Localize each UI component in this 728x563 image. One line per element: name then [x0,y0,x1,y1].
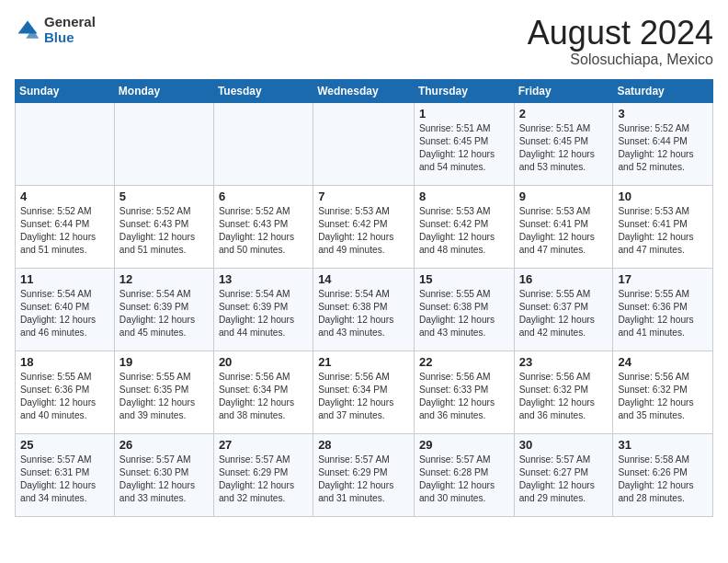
calendar-cell: 10Sunrise: 5:53 AMSunset: 6:41 PMDayligh… [613,185,713,268]
day-info: Sunrise: 5:55 AMSunset: 6:35 PMDaylight:… [119,371,209,423]
day-info: Sunrise: 5:55 AMSunset: 6:36 PMDaylight:… [20,371,109,423]
calendar-week-3: 11Sunrise: 5:54 AMSunset: 6:40 PMDayligh… [16,268,713,350]
day-number: 20 [219,355,308,369]
col-sunday: Sunday [16,79,115,102]
calendar-cell: 2Sunrise: 5:51 AMSunset: 6:45 PMDaylight… [514,102,613,185]
col-monday: Monday [114,79,213,102]
day-info: Sunrise: 5:54 AMSunset: 6:38 PMDaylight:… [318,288,409,340]
day-info: Sunrise: 5:51 AMSunset: 6:45 PMDaylight:… [519,122,609,175]
day-number: 6 [219,190,308,203]
calendar-cell: 27Sunrise: 5:57 AMSunset: 6:29 PMDayligh… [213,433,313,516]
day-info: Sunrise: 5:57 AMSunset: 6:31 PMDaylight:… [20,454,109,506]
day-number: 19 [119,355,209,369]
day-number: 26 [119,438,209,452]
day-info: Sunrise: 5:52 AMSunset: 6:43 PMDaylight:… [219,205,308,258]
day-info: Sunrise: 5:56 AMSunset: 6:34 PMDaylight:… [219,371,308,423]
day-number: 25 [20,438,109,452]
calendar-cell [16,102,115,185]
day-number: 24 [618,355,708,369]
day-info: Sunrise: 5:57 AMSunset: 6:27 PMDaylight:… [519,454,609,506]
day-number: 13 [219,272,308,286]
calendar-cell: 22Sunrise: 5:56 AMSunset: 6:33 PMDayligh… [414,350,514,433]
calendar-cell: 21Sunrise: 5:56 AMSunset: 6:34 PMDayligh… [313,350,415,433]
col-friday: Friday [514,79,613,102]
day-number: 2 [519,107,609,121]
day-info: Sunrise: 5:52 AMSunset: 6:44 PMDaylight:… [20,205,109,258]
calendar-header: Sunday Monday Tuesday Wednesday Thursday… [16,79,713,102]
calendar-week-2: 4Sunrise: 5:52 AMSunset: 6:44 PMDaylight… [16,185,713,268]
location-subtitle: Solosuchiapa, Mexico [528,52,713,68]
day-number: 1 [419,107,509,121]
calendar-cell: 7Sunrise: 5:53 AMSunset: 6:42 PMDaylight… [313,185,415,268]
day-number: 11 [20,272,109,286]
calendar-cell: 19Sunrise: 5:55 AMSunset: 6:35 PMDayligh… [114,350,213,433]
day-number: 31 [618,438,708,452]
calendar-week-1: 1Sunrise: 5:51 AMSunset: 6:45 PMDaylight… [16,102,713,185]
calendar-cell: 26Sunrise: 5:57 AMSunset: 6:30 PMDayligh… [114,433,213,516]
day-info: Sunrise: 5:56 AMSunset: 6:34 PMDaylight:… [318,371,409,423]
calendar-cell: 18Sunrise: 5:55 AMSunset: 6:36 PMDayligh… [16,350,115,433]
title-block: August 2024 Solosuchiapa, Mexico [528,15,713,68]
calendar-cell [313,102,415,185]
logo-icon [15,17,40,43]
col-saturday: Saturday [613,79,713,102]
calendar-cell: 5Sunrise: 5:52 AMSunset: 6:43 PMDaylight… [114,185,213,268]
day-info: Sunrise: 5:54 AMSunset: 6:39 PMDaylight:… [219,288,308,340]
day-info: Sunrise: 5:53 AMSunset: 6:42 PMDaylight:… [318,205,409,258]
day-info: Sunrise: 5:53 AMSunset: 6:42 PMDaylight:… [419,205,509,258]
day-number: 4 [20,190,109,203]
calendar-cell: 16Sunrise: 5:55 AMSunset: 6:37 PMDayligh… [514,268,613,350]
day-info: Sunrise: 5:55 AMSunset: 6:36 PMDaylight:… [618,288,708,340]
calendar-week-4: 18Sunrise: 5:55 AMSunset: 6:36 PMDayligh… [16,350,713,433]
day-info: Sunrise: 5:57 AMSunset: 6:30 PMDaylight:… [119,454,209,506]
calendar-week-5: 25Sunrise: 5:57 AMSunset: 6:31 PMDayligh… [16,433,713,516]
day-number: 3 [618,107,708,121]
day-number: 15 [419,272,509,286]
calendar-cell: 12Sunrise: 5:54 AMSunset: 6:39 PMDayligh… [114,268,213,350]
calendar-cell: 3Sunrise: 5:52 AMSunset: 6:44 PMDaylight… [613,102,713,185]
calendar-cell: 13Sunrise: 5:54 AMSunset: 6:39 PMDayligh… [213,268,313,350]
calendar-cell: 29Sunrise: 5:57 AMSunset: 6:28 PMDayligh… [414,433,514,516]
calendar-cell [114,102,213,185]
day-number: 28 [318,438,409,452]
day-info: Sunrise: 5:56 AMSunset: 6:32 PMDaylight:… [519,371,609,423]
day-info: Sunrise: 5:57 AMSunset: 6:29 PMDaylight:… [219,454,308,506]
calendar-cell: 24Sunrise: 5:56 AMSunset: 6:32 PMDayligh… [613,350,713,433]
logo-blue: Blue [44,30,96,46]
day-number: 16 [519,272,609,286]
day-info: Sunrise: 5:52 AMSunset: 6:44 PMDaylight:… [618,122,708,175]
day-info: Sunrise: 5:53 AMSunset: 6:41 PMDaylight:… [618,205,708,258]
page-header: General Blue August 2024 Solosuchiapa, M… [15,15,713,68]
calendar-cell: 8Sunrise: 5:53 AMSunset: 6:42 PMDaylight… [414,185,514,268]
day-number: 14 [318,272,409,286]
day-number: 29 [419,438,509,452]
calendar-cell: 11Sunrise: 5:54 AMSunset: 6:40 PMDayligh… [16,268,115,350]
calendar-cell [213,102,313,185]
day-info: Sunrise: 5:57 AMSunset: 6:29 PMDaylight:… [318,454,409,506]
day-info: Sunrise: 5:57 AMSunset: 6:28 PMDaylight:… [419,454,509,506]
day-number: 7 [318,190,409,203]
calendar-table: Sunday Monday Tuesday Wednesday Thursday… [15,79,713,517]
col-wednesday: Wednesday [313,79,415,102]
day-info: Sunrise: 5:58 AMSunset: 6:26 PMDaylight:… [618,454,708,506]
day-info: Sunrise: 5:55 AMSunset: 6:38 PMDaylight:… [419,288,509,340]
day-info: Sunrise: 5:51 AMSunset: 6:45 PMDaylight:… [419,122,509,175]
logo-general: General [44,15,96,30]
calendar-cell: 28Sunrise: 5:57 AMSunset: 6:29 PMDayligh… [313,433,415,516]
calendar-cell: 17Sunrise: 5:55 AMSunset: 6:36 PMDayligh… [613,268,713,350]
calendar-cell: 30Sunrise: 5:57 AMSunset: 6:27 PMDayligh… [514,433,613,516]
day-number: 27 [219,438,308,452]
day-number: 22 [419,355,509,369]
calendar-cell: 9Sunrise: 5:53 AMSunset: 6:41 PMDaylight… [514,185,613,268]
day-info: Sunrise: 5:52 AMSunset: 6:43 PMDaylight:… [119,205,209,258]
calendar-cell: 6Sunrise: 5:52 AMSunset: 6:43 PMDaylight… [213,185,313,268]
day-number: 12 [119,272,209,286]
calendar-cell: 15Sunrise: 5:55 AMSunset: 6:38 PMDayligh… [414,268,514,350]
day-info: Sunrise: 5:54 AMSunset: 6:39 PMDaylight:… [119,288,209,340]
day-number: 5 [119,190,209,203]
calendar-cell: 25Sunrise: 5:57 AMSunset: 6:31 PMDayligh… [16,433,115,516]
day-number: 18 [20,355,109,369]
calendar-cell: 4Sunrise: 5:52 AMSunset: 6:44 PMDaylight… [16,185,115,268]
logo-text: General Blue [44,15,96,45]
calendar-cell: 14Sunrise: 5:54 AMSunset: 6:38 PMDayligh… [313,268,415,350]
